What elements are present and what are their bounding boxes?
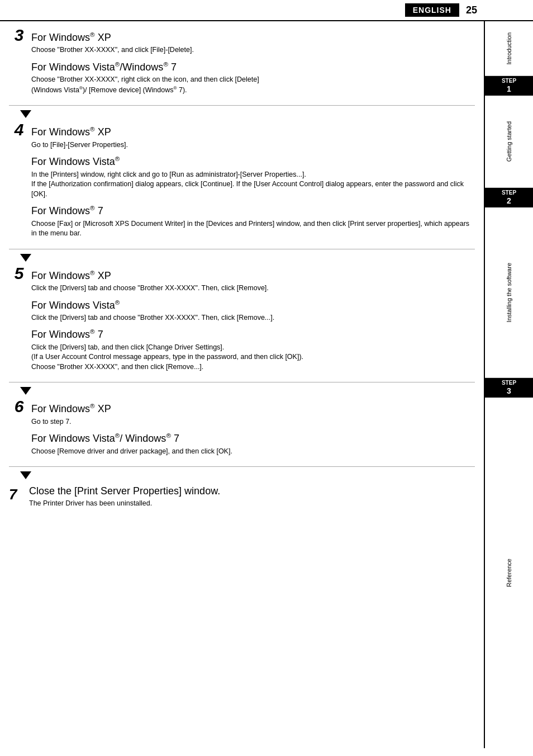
step-5-sub-3: For Windows® 7 Click the [Drivers] tab, …	[31, 327, 475, 372]
step-4-sub-3-text: Choose [Fax] or [Microsoft XPS Document …	[31, 219, 475, 239]
page-header: ENGLISH 25	[0, 0, 533, 21]
step-6-content: For Windows® XP Go to step 7. For Window…	[29, 397, 475, 461]
arrow-3	[9, 386, 475, 397]
sidebar-step3-label: Reference	[506, 559, 512, 587]
step-5-number: 5	[15, 265, 24, 282]
step-4-content: For Windows® XP Go to [File]-[Server Pro…	[29, 120, 475, 243]
step-4-sub-2-text: In the [Printers] window, right click an…	[31, 170, 475, 200]
step-7-block: 7 Close the [Print Server Properties] wi…	[9, 481, 475, 517]
sidebar-step3-badge: STEP 3	[485, 378, 533, 398]
sidebar-step1-label-container: Getting started	[485, 96, 533, 187]
step-3-sub-1: For Windows® XP Choose "Brother XX-XXXX"…	[31, 30, 475, 55]
page-number: 25	[466, 4, 477, 16]
sidebar-step1-badge: STEP 1	[485, 76, 533, 96]
sidebar-step2-label: Installing the software	[506, 263, 512, 322]
arrow-down-icon-3	[20, 387, 31, 395]
step-3-sub-2-text: Choose "Brother XX-XXXX", right click on…	[31, 75, 475, 95]
step-6-sub-2: For Windows Vista®/ Windows® 7 Choose [R…	[31, 431, 475, 456]
step-5-content: For Windows® XP Click the [Drivers] tab …	[29, 264, 475, 377]
step-5-sub-3-text: Click the [Drivers] tab, and then click …	[31, 343, 475, 372]
sidebar-step3-section: STEP 3 Reference	[485, 378, 533, 748]
sidebar-step1-section: STEP 1 Getting started	[485, 76, 533, 188]
arrow-2	[9, 253, 475, 264]
step-7-number: 7	[9, 485, 29, 513]
step-5-sub-2: For Windows Vista® Click the [Drivers] t…	[31, 298, 475, 323]
step-3-content: For Windows® XP Choose "Brother XX-XXXX"…	[29, 26, 475, 100]
step-4-sub-2-heading: For Windows Vista®	[31, 154, 475, 168]
sidebar-introduction-label: Introduction	[506, 32, 512, 64]
step-4-sub-3-heading: For Windows® 7	[31, 204, 475, 218]
right-sidebar: Introduction STEP 1 Getting started STEP…	[484, 21, 533, 748]
step-6-sub-2-heading: For Windows Vista®/ Windows® 7	[31, 431, 475, 445]
sidebar-step3-label-container: Reference	[485, 398, 533, 748]
step-4-sub-1: For Windows® XP Go to [File]-[Server Pro…	[31, 125, 475, 150]
arrow-down-icon-2	[20, 254, 31, 262]
step-5-sub-3-heading: For Windows® 7	[31, 327, 475, 341]
sidebar-step1-label: Getting started	[506, 121, 512, 162]
step-7-heading: Close the [Print Server Properties] wind…	[29, 485, 475, 498]
main-layout: 3 For Windows® XP Choose "Brother XX-XXX…	[0, 21, 533, 748]
content-area: 3 For Windows® XP Choose "Brother XX-XXX…	[0, 21, 484, 748]
step-5-block: 5 For Windows® XP Click the [Drivers] ta…	[9, 264, 475, 383]
step-4-block: 4 For Windows® XP Go to [File]-[Server P…	[9, 120, 475, 249]
sidebar-introduction-section: Introduction	[485, 21, 533, 76]
step-6-sub-2-text: Choose [Remove driver and driver package…	[31, 447, 475, 457]
step-3-sub-1-text: Choose "Brother XX-XXXX", and click [Fil…	[31, 45, 475, 55]
step-5-sub-2-heading: For Windows Vista®	[31, 298, 475, 312]
step-4-sub-1-heading: For Windows® XP	[31, 125, 475, 139]
step-4-sub-3: For Windows® 7 Choose [Fax] or [Microsof…	[31, 204, 475, 238]
step-4-number: 4	[15, 121, 24, 138]
step-5-sub-1-heading: For Windows® XP	[31, 268, 475, 282]
right-sidebar-inner: Introduction STEP 1 Getting started STEP…	[485, 21, 533, 748]
sidebar-step2-badge: STEP 2	[485, 188, 533, 207]
arrow-4	[9, 470, 475, 481]
language-badge: ENGLISH	[405, 3, 459, 17]
step-6-number: 6	[15, 398, 24, 415]
step-6-sub-1-text: Go to step 7.	[31, 417, 475, 427]
sidebar-step2-label-container: Installing the software	[485, 207, 533, 377]
step-5-sub-1: For Windows® XP Click the [Drivers] tab …	[31, 268, 475, 294]
step-3-block: 3 For Windows® XP Choose "Brother XX-XXX…	[9, 26, 475, 106]
step-5-sub-2-text: Click the [Drivers] tab and choose "Brot…	[31, 313, 475, 323]
arrow-down-icon-1	[20, 110, 31, 118]
step-3-sub-2-heading: For Windows Vista®/Windows® 7	[31, 60, 475, 74]
arrow-1	[9, 109, 475, 120]
step-6-sub-1-heading: For Windows® XP	[31, 401, 475, 415]
step-3-number: 3	[15, 27, 24, 44]
arrow-down-icon-4	[20, 471, 31, 479]
step-7-content: Close the [Print Server Properties] wind…	[29, 485, 475, 513]
sidebar-step2-section: STEP 2 Installing the software	[485, 188, 533, 378]
step-7-text: The Printer Driver has been uninstalled.	[29, 499, 475, 509]
step-6-sub-1: For Windows® XP Go to step 7.	[31, 401, 475, 427]
step-3-sub-2: For Windows Vista®/Windows® 7 Choose "Br…	[31, 60, 475, 96]
step-6-block: 6 For Windows® XP Go to step 7. For Wind…	[9, 397, 475, 467]
step-5-sub-1-text: Click the [Drivers] tab and choose "Brot…	[31, 284, 475, 294]
step-3-sub-1-heading: For Windows® XP	[31, 30, 475, 44]
step-4-sub-1-text: Go to [File]-[Server Properties].	[31, 140, 475, 150]
step-4-sub-2: For Windows Vista® In the [Printers] win…	[31, 154, 475, 199]
